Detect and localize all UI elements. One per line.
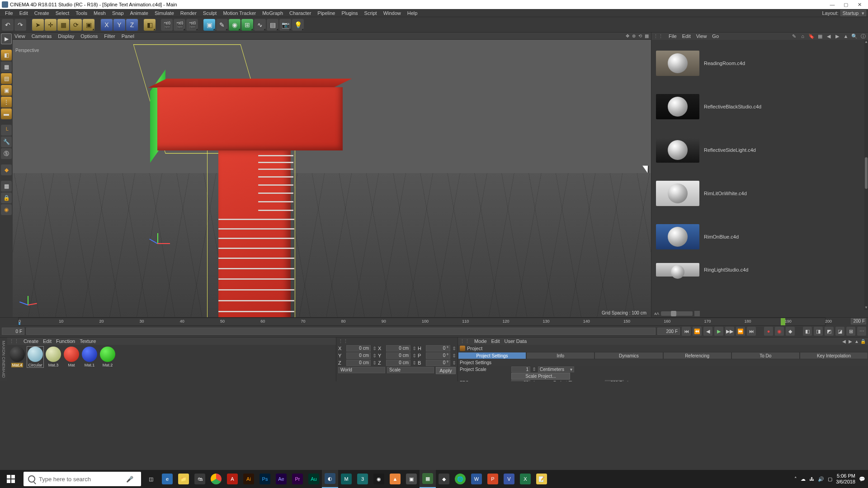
list-item[interactable]: RimLitOnWhite.c4d <box>656 172 863 215</box>
vp-menu-cameras[interactable]: Cameras <box>32 33 52 39</box>
list-item[interactable]: RimOnBlue.c4d <box>656 215 863 258</box>
key-param-button[interactable]: ◪ <box>835 327 844 336</box>
timeline-max-field[interactable]: 200 F <box>851 318 866 324</box>
rot-h-field[interactable]: 0 ° <box>426 345 450 352</box>
list-item[interactable]: ReadingRoom.c4d <box>656 42 863 85</box>
move-tool[interactable]: ✛ <box>45 19 57 31</box>
visio-button[interactable]: V <box>501 470 517 488</box>
menu-file[interactable]: File <box>2 10 16 16</box>
attr-fwd-icon[interactable]: ▶ <box>847 338 854 344</box>
menu-mograph[interactable]: MoGraph <box>259 10 286 16</box>
vp-menu-options[interactable]: Options <box>80 33 98 39</box>
mat-menu-create[interactable]: Create <box>24 338 38 344</box>
timeline-end-field[interactable]: 200 F <box>657 328 680 335</box>
browser-list[interactable]: ReadingRoom.c4d ReflectiveBlackStudio.c4… <box>651 40 868 310</box>
list-item[interactable]: RingLightStudio.c4d <box>656 258 863 281</box>
menu-edit[interactable]: Edit <box>16 10 31 16</box>
menu-window[interactable]: Window <box>380 10 404 16</box>
tray-sync-icon[interactable]: ☁ <box>801 476 806 482</box>
edge-mode-button[interactable]: ▬ <box>1 108 12 119</box>
axis-gizmo[interactable] <box>157 234 175 252</box>
app1-button[interactable]: ▣ <box>403 470 420 488</box>
workplane-button[interactable]: ◆ <box>1 164 12 175</box>
ppt-button[interactable]: P <box>485 470 501 488</box>
next-key-button[interactable]: ⏩ <box>736 327 745 336</box>
obs-button[interactable]: ◉ <box>371 470 387 488</box>
tweak-button[interactable]: 🔧 <box>1 136 12 147</box>
key-pla-button[interactable]: ⊞ <box>846 327 855 336</box>
browser-info-icon[interactable]: ⓘ <box>860 33 866 39</box>
attr-menu-edit[interactable]: Edit <box>491 338 500 344</box>
keyframe-sel-button[interactable]: ◆ <box>786 327 795 336</box>
size-x-field[interactable]: 0 cm <box>386 345 410 352</box>
add-spline-button[interactable]: ∿ <box>254 19 266 31</box>
redo-button[interactable]: ↷ <box>14 19 26 31</box>
y-axis-toggle[interactable]: Y <box>113 19 125 31</box>
object-mode-button[interactable]: ▣ <box>1 85 12 96</box>
menu-simulate[interactable]: Simulate <box>151 10 177 16</box>
tray-notif-icon[interactable]: 💬 <box>859 476 865 482</box>
explorer-button[interactable]: 📁 <box>175 470 192 488</box>
tray-vol-icon[interactable]: 🔊 <box>818 476 824 482</box>
add-subdiv-button[interactable]: ◉ <box>229 19 241 31</box>
pos-y-field[interactable]: 0 cm <box>346 352 371 359</box>
menu-sculpt[interactable]: Sculpt <box>200 10 220 16</box>
browser-menu-view[interactable]: View <box>696 33 707 39</box>
vp-nav-rotate-icon[interactable]: ⟲ <box>637 33 643 39</box>
vlc-button[interactable]: ▲ <box>387 470 403 488</box>
browser-menu-file[interactable]: File <box>669 33 677 39</box>
locked-button[interactable]: ▦ <box>1 181 12 192</box>
add-camera-button[interactable]: 📷 <box>279 19 291 31</box>
render-view-button[interactable]: 🎬 <box>161 19 173 31</box>
rotate-tool[interactable]: ⟳ <box>70 19 82 31</box>
rot-b-field[interactable]: 0 ° <box>426 360 450 366</box>
ai-button[interactable]: Ai <box>241 470 257 488</box>
start-button[interactable] <box>0 470 22 488</box>
coord-scale-dropdown[interactable]: Scale <box>387 367 434 373</box>
key-pos-button[interactable]: ◧ <box>803 327 812 336</box>
material-item[interactable]: Mat.2 <box>99 347 116 367</box>
autokey-button[interactable]: ◉ <box>775 327 784 336</box>
maximize-button[interactable]: ▢ <box>839 0 853 9</box>
add-cloth-button[interactable]: ▤ <box>267 19 278 31</box>
pos-z-field[interactable]: 0 cm <box>346 360 371 366</box>
3dsmax-button[interactable]: 3 <box>354 470 371 488</box>
menu-create[interactable]: Create <box>31 10 52 16</box>
vp-menu-view[interactable]: View <box>14 33 25 39</box>
material-item[interactable]: Mat <box>63 347 80 367</box>
project-scale-field[interactable]: 1 <box>511 366 530 372</box>
attr-menu-userdata[interactable]: User Data <box>505 338 527 344</box>
menu-pipeline[interactable]: Pipeline <box>314 10 338 16</box>
play-button[interactable]: ▶ <box>714 327 723 336</box>
material-item[interactable]: Mat.3 <box>45 347 61 367</box>
menu-plugins[interactable]: Plugins <box>338 10 361 16</box>
render-region-button[interactable]: 🎬 <box>174 19 185 31</box>
store-button[interactable]: 🛍 <box>192 470 208 488</box>
texture-mode-button[interactable]: ▦ <box>1 61 12 72</box>
attr-back-icon[interactable]: ◀ <box>841 338 847 344</box>
rot-p-field[interactable]: 0 ° <box>426 352 450 359</box>
mic-icon[interactable]: 🎤 <box>123 476 137 483</box>
goto-end-button[interactable]: ⏭ <box>747 327 756 336</box>
vp-menu-filter[interactable]: Filter <box>104 33 115 39</box>
globe-button[interactable]: 🌐 <box>452 470 468 488</box>
search-input[interactable]: Type here to search 🎤 <box>24 472 141 486</box>
list-item[interactable]: ReflectiveBlackStudio.c4d <box>656 85 863 128</box>
mat-menu-function[interactable]: Function <box>56 338 75 344</box>
coord-mode-dropdown[interactable]: World <box>338 367 385 373</box>
minimize-button[interactable]: — <box>826 0 839 9</box>
timeline-current-field[interactable]: 0 F <box>2 328 24 335</box>
browser-bookmark-icon[interactable]: 🔖 <box>808 33 815 39</box>
coord-system-button[interactable]: ◧ <box>144 19 156 31</box>
browser-grid-icon[interactable] <box>694 311 700 316</box>
key-rot-button[interactable]: ◩ <box>825 327 834 336</box>
viewport-3d[interactable]: Perspective <box>13 40 651 317</box>
ae-button[interactable]: Ae <box>273 470 289 488</box>
browser-scrollbar[interactable]: ▲▼ <box>864 40 868 310</box>
goto-start-button[interactable]: ⏮ <box>682 327 691 336</box>
material-list[interactable]: Mat.4 Circular Mat.3 Mat Mat.1 Mat.2 <box>7 345 336 381</box>
system-tray[interactable]: ˄ ☁ 🖧 🔊 ▢ 5:06 PM 3/6/2018 💬 <box>794 473 868 485</box>
model-mode-button[interactable]: ◧ <box>1 50 12 61</box>
material-item[interactable]: Mat.1 <box>81 347 98 367</box>
record-button[interactable]: ● <box>764 327 773 336</box>
